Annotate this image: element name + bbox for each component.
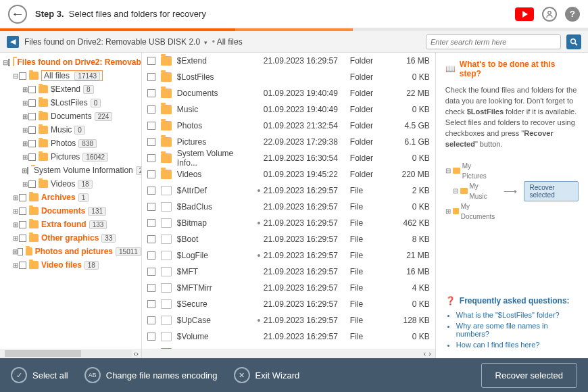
checkbox[interactable] — [147, 219, 155, 227]
expander-icon[interactable]: ⊞ — [12, 221, 19, 228]
checkbox[interactable] — [147, 300, 155, 308]
file-row[interactable]: $Bitmap•21.09.2023 16:29:57File462 KB — [142, 215, 435, 231]
checkbox[interactable] — [147, 203, 155, 211]
expander-icon[interactable]: ⊟ — [3, 59, 8, 66]
expander-icon[interactable]: ⊞ — [22, 86, 28, 93]
file-row[interactable]: $UpCase•21.09.2023 16:29:57File128 KB — [142, 312, 435, 328]
account-icon[interactable] — [542, 7, 557, 22]
expander-icon[interactable]: ⊞ — [22, 126, 28, 134]
tree-row[interactable]: ⊞Other graphics33 — [0, 231, 141, 245]
help-icon[interactable]: ? — [565, 7, 580, 22]
tree-row[interactable]: ⊞$LostFiles0 — [0, 96, 141, 109]
file-row[interactable]: Videos01.09.2023 19:45:22Folder220 MB — [142, 166, 435, 182]
tree-row[interactable]: ⊞Archives1 — [0, 191, 141, 204]
checkbox[interactable] — [147, 333, 155, 341]
tree-row[interactable]: ⊞$Extend8 — [0, 82, 141, 96]
checkbox[interactable] — [28, 86, 36, 93]
tree-row[interactable]: ⊞Videos18 — [0, 177, 141, 191]
expander-icon[interactable]: ⊞ — [22, 113, 28, 120]
file-row[interactable]: Music01.09.2023 19:40:49Folder0 KB — [142, 101, 435, 118]
checkbox[interactable] — [28, 153, 36, 161]
faq-link[interactable]: How can I find files here? — [456, 341, 579, 349]
checkbox[interactable] — [147, 57, 155, 65]
checkbox[interactable] — [18, 248, 23, 255]
checkbox[interactable] — [147, 154, 155, 162]
tree-row[interactable]: ⊟All files 17143 — [0, 69, 141, 82]
expander-icon[interactable]: ⊞ — [22, 99, 28, 107]
checkbox[interactable] — [147, 138, 155, 146]
checkbox[interactable] — [28, 126, 36, 134]
file-row[interactable]: $AttrDef•21.09.2023 16:29:57File2 KB — [142, 182, 435, 199]
exit-wizard-button[interactable]: ✕ Exit Wizard — [234, 367, 300, 383]
file-row[interactable]: $Volume21.09.2023 16:29:57File0 KB — [142, 328, 435, 345]
tree-row[interactable]: ⊞Music0 — [0, 123, 141, 137]
file-row[interactable]: $LogFile•21.09.2023 16:29:57File21 MB — [142, 247, 435, 264]
checkbox[interactable] — [28, 180, 36, 188]
checkbox[interactable] — [147, 187, 155, 195]
tree-row[interactable]: ⊞Documents131 — [0, 204, 141, 218]
tree-row[interactable]: ⊞Photos and pictures15011 — [0, 245, 141, 258]
tree-row[interactable]: ⊟Files found on Drive2: Removab — [0, 55, 141, 69]
checkbox[interactable] — [147, 73, 155, 81]
expander-icon[interactable]: ⊞ — [12, 248, 18, 255]
checkbox[interactable] — [147, 316, 155, 324]
checkbox[interactable] — [19, 194, 26, 201]
checkbox[interactable] — [19, 262, 26, 269]
file-row[interactable]: Documents01.09.2023 19:40:49Folder22 MB — [142, 85, 435, 101]
file-row[interactable]: $BadClus21.09.2023 16:29:57File0 KB — [142, 199, 435, 215]
expander-icon[interactable]: ⊞ — [22, 153, 28, 161]
file-row[interactable]: Photos01.09.2023 21:32:54Folder4.5 GB — [142, 118, 435, 134]
expander-icon[interactable]: ⊞ — [22, 180, 28, 188]
faq-link[interactable]: What is the "$LostFiles" folder? — [456, 311, 579, 319]
tree-row[interactable]: ⊞System Volume Information2 — [0, 164, 141, 177]
file-row[interactable]: $MFTMirr21.09.2023 16:29:57File4 KB — [142, 280, 435, 296]
expander-icon[interactable]: ⊞ — [12, 262, 19, 269]
file-row[interactable]: $Boot21.09.2023 16:29:57File8 KB — [142, 231, 435, 247]
checkbox[interactable] — [147, 170, 155, 178]
file-row[interactable]: Pictures22.09.2023 17:29:38Folder6.1 GB — [142, 134, 435, 150]
tree-row[interactable]: ⊞Pictures16042 — [0, 150, 141, 164]
checkbox[interactable] — [147, 235, 155, 243]
file-row[interactable]: $MFT21.09.2023 16:29:57File16 MB — [142, 264, 435, 280]
expander-icon[interactable]: ⊞ — [12, 207, 19, 215]
tree-horizontal-scrollbar[interactable]: ‹› — [0, 349, 141, 358]
tree-row[interactable]: ⊞Documents224 — [0, 109, 141, 123]
breadcrumb-path[interactable]: Files found on Drive2: Removable USB DIS… — [24, 37, 420, 47]
file-row[interactable]: $LostFilesFolder0 KB — [142, 69, 435, 85]
checkbox[interactable] — [19, 221, 26, 228]
checkbox[interactable] — [8, 59, 10, 66]
tree-row[interactable]: ⊞Photos838 — [0, 137, 141, 150]
file-horizontal-scrollbar[interactable]: ‹› — [142, 349, 435, 358]
youtube-icon[interactable] — [515, 7, 534, 21]
expander-icon[interactable]: ⊞ — [12, 194, 19, 201]
checkbox[interactable] — [28, 113, 36, 120]
checkbox[interactable] — [19, 72, 26, 80]
faq-link[interactable]: Why are some file names in numbers? — [456, 322, 579, 338]
breadcrumb-back-button[interactable]: ◀ — [7, 36, 19, 48]
select-all-button[interactable]: ✓ Select all — [11, 367, 68, 383]
change-encoding-button[interactable]: AБ Change file names encoding — [84, 367, 218, 383]
checkbox[interactable] — [147, 251, 155, 260]
expander-icon[interactable]: ⊟ — [12, 72, 19, 80]
checkbox[interactable] — [147, 105, 155, 114]
tree-row[interactable]: ⊞Extra found133 — [0, 218, 141, 231]
checkbox[interactable] — [147, 268, 155, 276]
checkbox[interactable] — [147, 284, 155, 292]
checkbox[interactable] — [28, 99, 36, 107]
expander-icon[interactable]: ⊞ — [22, 140, 28, 147]
checkbox[interactable] — [19, 235, 26, 242]
checkbox[interactable] — [147, 89, 155, 97]
checkbox[interactable] — [27, 167, 28, 174]
tree-row[interactable]: ⊞Video files18 — [0, 258, 141, 272]
checkbox[interactable] — [28, 140, 36, 147]
expander-icon[interactable]: ⊞ — [22, 167, 27, 174]
file-row[interactable]: $Secure21.09.2023 16:29:57File0 KB — [142, 296, 435, 312]
search-button[interactable] — [566, 34, 581, 49]
file-row[interactable]: $Extend21.09.2023 16:29:57Folder16 MB — [142, 53, 435, 69]
checkbox[interactable] — [147, 122, 155, 130]
expander-icon[interactable]: ⊞ — [12, 235, 19, 242]
search-input[interactable] — [426, 34, 561, 49]
recover-selected-button[interactable]: Recover selected — [481, 363, 577, 388]
checkbox[interactable] — [19, 207, 26, 215]
file-row[interactable]: System Volume Info...21.09.2023 16:30:54… — [142, 150, 435, 166]
